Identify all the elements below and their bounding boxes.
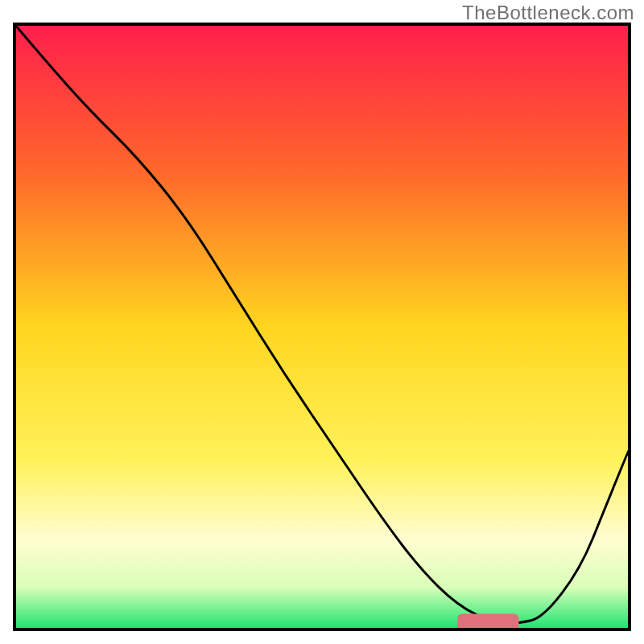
- chart-stage: TheBottleneck.com: [0, 0, 644, 644]
- bottleneck-chart: [0, 0, 644, 644]
- gradient-background: [14, 24, 630, 630]
